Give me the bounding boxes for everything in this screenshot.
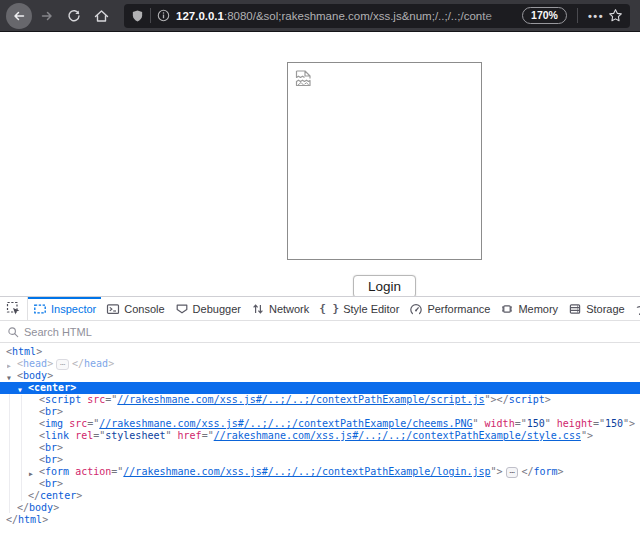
- tab-label: Style Editor: [343, 303, 399, 315]
- markup-punct: >: [36, 346, 42, 357]
- style-editor-icon: { }: [319, 302, 339, 315]
- markup-punct: >: [47, 358, 53, 369]
- memory-icon: [500, 302, 514, 316]
- search-html-input[interactable]: [24, 326, 633, 338]
- inspector-icon: [33, 302, 47, 316]
- forward-icon: [40, 9, 54, 23]
- shield-icon: [131, 9, 144, 23]
- broken-image-placeholder: [287, 62, 482, 260]
- markup-attr: src: [69, 418, 87, 429]
- markup-punct: ": [473, 418, 485, 429]
- markup-punct: >: [57, 454, 63, 465]
- markup-row[interactable]: <br>: [0, 454, 640, 466]
- markup-punct: >: [558, 466, 564, 477]
- tab-label: Storage: [586, 303, 625, 315]
- tab-label: Inspector: [51, 303, 96, 315]
- markup-row[interactable]: </html>: [0, 514, 640, 526]
- markup-row[interactable]: <img src="//rakeshmane.com/xss.js#/..;/.…: [0, 418, 640, 430]
- urlbar-divider-2: [577, 8, 578, 23]
- debugger-icon: [175, 302, 189, 316]
- page-viewport: Login: [0, 33, 640, 296]
- markup-punct: >: [42, 514, 48, 525]
- markup-punct: =": [593, 418, 605, 429]
- markup-row[interactable]: <br>: [0, 406, 640, 418]
- markup-row[interactable]: ▼<body>: [0, 370, 640, 382]
- markup-tag: br: [45, 454, 57, 465]
- login-button[interactable]: Login: [353, 275, 416, 298]
- reload-button[interactable]: [62, 4, 86, 28]
- url-fade-overlay: [482, 10, 518, 22]
- markup-attr: rel: [75, 430, 93, 441]
- markup-punct: ">: [491, 466, 503, 477]
- tab-label: Network: [269, 303, 309, 315]
- markup-attr: src: [87, 394, 105, 405]
- markup-attr: action: [75, 466, 111, 477]
- attribute-link[interactable]: //rakeshmane.com/xss.js#/..;/..;/context…: [117, 394, 484, 405]
- tab-debugger[interactable]: Debugger: [170, 297, 246, 320]
- markup-tag: link: [45, 430, 69, 441]
- markup-row[interactable]: ▶<head>⋯</head>: [0, 358, 640, 370]
- markup-row[interactable]: ▶<form action="//rakeshmane.com/xss.js#/…: [0, 466, 640, 478]
- tab-label: Performance: [427, 303, 490, 315]
- markup-row-selected[interactable]: ▼<center>: [0, 382, 640, 394]
- markup-punct: =": [111, 466, 123, 477]
- markup-row[interactable]: <br>: [0, 478, 640, 490]
- home-button[interactable]: [89, 4, 113, 28]
- markup-punct: </: [6, 514, 18, 525]
- tab-label: Debugger: [193, 303, 241, 315]
- markup-tag: br: [45, 478, 57, 489]
- back-icon: [12, 9, 26, 23]
- markup-row[interactable]: <html>: [0, 346, 640, 358]
- back-button[interactable]: [6, 3, 32, 29]
- tab-accessibility[interactable]: Accessibility: [630, 297, 640, 320]
- bookmark-star-icon[interactable]: [608, 8, 623, 23]
- markup-punct: </: [72, 358, 84, 369]
- markup-tag: img: [45, 418, 63, 429]
- tab-memory[interactable]: Memory: [495, 297, 563, 320]
- devtools-panel: InspectorConsoleDebuggerNetwork{ }Style …: [0, 296, 640, 558]
- markup-punct: ">: [485, 394, 497, 405]
- node-picker-button[interactable]: [0, 297, 28, 320]
- tab-label: Memory: [518, 303, 558, 315]
- markup-row[interactable]: </body>: [0, 502, 640, 514]
- url-bar[interactable]: 127.0.0.1:8080/&sol;rakeshmane.com/xss.j…: [124, 4, 630, 28]
- url-host: 127.0.0.1: [176, 10, 224, 22]
- url-text[interactable]: 127.0.0.1:8080/&sol;rakeshmane.com/xss.j…: [176, 10, 518, 22]
- markup-punct: =": [202, 430, 214, 441]
- tab-storage[interactable]: Storage: [563, 297, 630, 320]
- inline-expander-badge[interactable]: ⋯: [56, 359, 69, 370]
- markup-punct: =": [105, 394, 117, 405]
- markup-punct: >: [545, 394, 551, 405]
- tab-network[interactable]: Network: [246, 297, 314, 320]
- page-actions-button[interactable]: •••: [588, 10, 604, 22]
- zoom-level-badge[interactable]: 170%: [522, 7, 567, 24]
- markup-punct: >: [53, 502, 59, 513]
- tab-style-editor[interactable]: { }Style Editor: [314, 297, 404, 320]
- forward-button[interactable]: [35, 4, 59, 28]
- inline-expander-badge[interactable]: ⋯: [506, 467, 519, 478]
- markup-punct: =": [93, 430, 105, 441]
- markup-punct: >: [108, 358, 114, 369]
- markup-tag: form: [45, 466, 69, 477]
- attribute-link[interactable]: //rakeshmane.com/xss.js#/..;/..;/context…: [214, 430, 581, 441]
- network-icon: [251, 302, 265, 316]
- performance-icon: [409, 302, 423, 316]
- devtools-tabbar: InspectorConsoleDebuggerNetwork{ }Style …: [0, 297, 640, 321]
- tab-performance[interactable]: Performance: [404, 297, 495, 320]
- markup-tag: br: [45, 406, 57, 417]
- markup-tree: <html>▶<head>⋯</head>▼<body>▼<center><sc…: [0, 343, 640, 526]
- markup-row[interactable]: </center>: [0, 490, 640, 502]
- tab-inspector[interactable]: Inspector: [28, 297, 101, 320]
- markup-row[interactable]: <link rel="stylesheet" href="//rakeshman…: [0, 430, 640, 442]
- attribute-link[interactable]: //rakeshmane.com/xss.js#/..;/..;/context…: [99, 418, 472, 429]
- markup-tag: head: [84, 358, 108, 369]
- markup-punct: >: [57, 442, 63, 453]
- markup-row[interactable]: <script src="//rakeshmane.com/xss.js#/..…: [0, 394, 640, 406]
- tab-console[interactable]: Console: [101, 297, 169, 320]
- attribute-link[interactable]: //rakeshmane.com/xss.js#/..;/..;/context…: [123, 466, 490, 477]
- markup-row[interactable]: <br>: [0, 442, 640, 454]
- info-icon[interactable]: [157, 9, 170, 22]
- markup-val: stylesheet: [105, 430, 165, 441]
- markup-tag: script: [509, 394, 545, 405]
- markup-punct: ": [165, 430, 177, 441]
